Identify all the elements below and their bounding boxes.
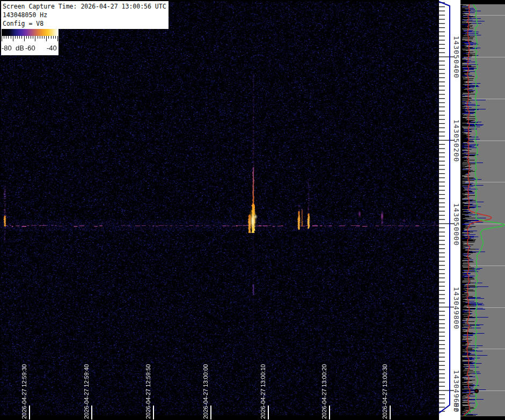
legend-tick: [8, 36, 9, 39]
time-tick-marker: [210, 406, 211, 419]
capture-info-box: Screen Capture Time: 2026-04-27 13:00:56…: [1, 1, 169, 29]
legend-tick: [24, 36, 25, 41]
spectrum-lab-screen: Screen Capture Time: 2026-04-27 13:00:56…: [0, 0, 505, 420]
legend-tick: [26, 36, 27, 39]
legend-tick: [40, 36, 40, 39]
spectrum-graph-panel: [460, 0, 505, 420]
legend-tick: [48, 36, 49, 39]
time-tick-marker: [268, 406, 269, 419]
time-tick-marker: [390, 406, 391, 419]
frequency-label: 143050000: [453, 192, 460, 256]
legend-tick: [21, 36, 22, 39]
time-axis-label: 2026-04-27 13:00:20: [321, 350, 328, 419]
colormap-tick-marks: [2, 36, 58, 42]
legend-tick: [17, 36, 18, 39]
colormap-gradient-bar: [2, 29, 58, 36]
legend-db-label: -60: [25, 44, 35, 52]
legend-tick: [28, 36, 29, 39]
time-tick-marker: [153, 406, 154, 419]
legend-tick: [44, 36, 45, 39]
frequency-label: 143049800: [453, 276, 460, 340]
legend-tick: [53, 36, 54, 39]
legend-tick: [42, 36, 42, 39]
legend-tick: [11, 36, 11, 39]
time-axis-label: 2026-04-27 13:00:10: [260, 350, 267, 419]
config-text: Config = V8: [3, 19, 167, 28]
legend-tick: [46, 36, 47, 41]
time-tick-marker: [91, 406, 92, 419]
legend-tick: [33, 36, 33, 39]
legend-tick: [19, 36, 20, 39]
time-axis-label: 2026-04-27 12:59:40: [83, 350, 90, 419]
waterfall-spectrogram: [0, 0, 439, 420]
color-scale-legend: -80dB-60-40: [1, 28, 58, 55]
frequency-label: 143050200: [453, 108, 460, 173]
legend-db-label: -40: [47, 44, 57, 52]
capture-time-text: Screen Capture Time: 2026-04-27 13:00:56…: [3, 2, 167, 11]
frequency-unit-label: Hz: [453, 400, 460, 416]
frequency-label: 143050400: [453, 25, 460, 89]
legend-tick: [15, 36, 16, 39]
legend-tick: [6, 36, 6, 39]
time-axis-label: 2026-04-27 12:59:30: [21, 350, 28, 419]
legend-tick: [38, 36, 38, 39]
time-axis-label: 2026-04-27 13:00:30: [382, 350, 389, 419]
frequency-axis: 1430504001430502001430500001430498001430…: [439, 0, 460, 420]
time-tick-marker: [29, 406, 30, 419]
legend-tick: [2, 36, 2, 41]
legend-tick: [51, 36, 52, 39]
legend-db-label: -80: [2, 44, 12, 52]
legend-tick: [35, 36, 35, 41]
time-axis-label: 2026-04-27 13:00:00: [202, 350, 209, 419]
time-tick-marker: [329, 406, 330, 419]
legend-tick: [4, 36, 4, 39]
legend-tick: [57, 36, 58, 41]
colormap-db-labels: -80dB-60-40: [1, 43, 58, 54]
time-axis-label: 2026-04-27 12:59:50: [145, 350, 152, 419]
legend-db-label: dB: [16, 44, 24, 52]
legend-tick: [55, 36, 56, 39]
center-frequency-text: 143048050 Hz: [3, 11, 167, 19]
legend-tick: [31, 36, 31, 39]
legend-tick: [13, 36, 13, 41]
